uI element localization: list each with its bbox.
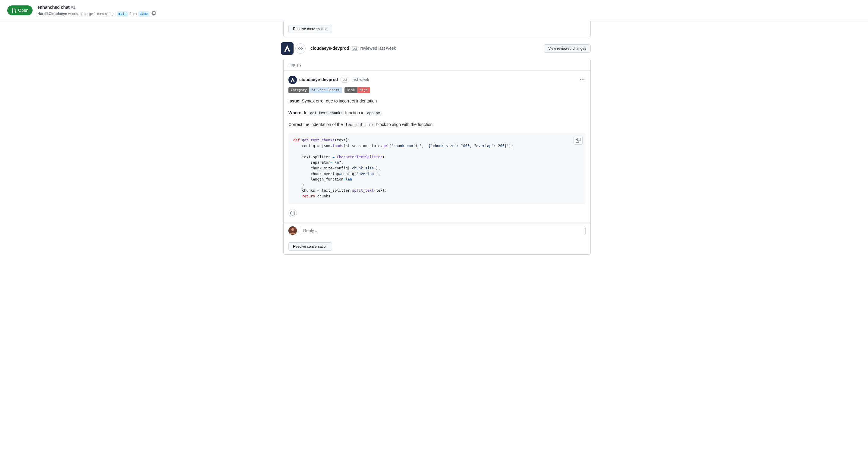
issue-label: Issue:: [288, 99, 301, 103]
correct-pre: Correct the indentation of the: [288, 122, 344, 127]
comment-timestamp[interactable]: last week: [352, 76, 369, 83]
resolve-button-top[interactable]: Resolve conversation: [288, 25, 332, 33]
add-reaction-button[interactable]: [288, 209, 297, 217]
git-pull-request-icon: [11, 8, 16, 13]
where-text-3: .: [381, 110, 383, 115]
code-kw: return: [293, 194, 315, 198]
code-text: chunk_size: [293, 166, 333, 170]
issue-line: Issue: Syntax error due to incorrect ind…: [288, 98, 586, 104]
where-text-1: In: [303, 110, 308, 115]
pr-title[interactable]: enhanched chat: [37, 5, 70, 10]
merge-text: wants to merge 1 commit into: [68, 11, 116, 17]
code-text: chunk_overlap: [293, 172, 339, 176]
resolve-row-bottom: Resolve conversation: [284, 239, 590, 254]
code-str: 'chunk_size': [350, 166, 376, 170]
cloudaeye-logo-icon: [290, 77, 296, 83]
code-str: "\n": [333, 160, 341, 164]
file-header[interactable]: app.py: [284, 59, 590, 71]
code-text: (text):: [335, 138, 350, 142]
code-str: '{"chunk_size": 1000, "overlap": 200}': [426, 144, 509, 148]
reply-bar: [284, 222, 590, 239]
code-op: =: [339, 172, 341, 176]
review-header: cloudaeye-devprod bot reviewed last week…: [277, 37, 591, 56]
code-text: chunks: [293, 188, 317, 193]
copy-code-icon[interactable]: [574, 136, 583, 145]
reviewed-text: reviewed: [360, 46, 378, 51]
correct-line: Correct the indentation of the text_spli…: [288, 122, 586, 128]
current-user-avatar[interactable]: [288, 226, 297, 235]
status-label: Open: [18, 7, 28, 13]
code-at: len: [345, 177, 352, 182]
bot-pill: bot: [340, 77, 349, 83]
where-line: Where: In get_text_chunks function in ap…: [288, 110, 586, 116]
reply-input[interactable]: [300, 226, 586, 235]
correct-code: text_splitter: [344, 122, 375, 127]
code-text: config[: [341, 172, 356, 176]
cloudaeye-logo-icon: [283, 44, 292, 53]
resolve-row-top: Resolve conversation: [283, 21, 591, 37]
merge-author[interactable]: HardikCloudaeye: [37, 11, 67, 17]
code-text: ): [293, 183, 304, 187]
code-text: )): [509, 144, 513, 148]
correct-post: block to align with the function:: [375, 122, 434, 127]
review-card: app.py cloudaeye-devprod bot last week C…: [283, 59, 591, 255]
code-fn: get: [382, 144, 389, 148]
comment-avatar[interactable]: [288, 76, 297, 84]
where-code-1: get_text_chunks: [309, 110, 344, 116]
reviewer-avatar-large[interactable]: [281, 42, 293, 55]
bot-pill: bot: [350, 46, 359, 51]
code-op: =: [317, 144, 319, 148]
where-label: Where:: [288, 110, 303, 115]
code-text: separator: [293, 160, 330, 164]
user-avatar-icon: [288, 226, 297, 235]
code-str: 'overlap': [356, 172, 376, 176]
code-op: =: [330, 160, 333, 164]
category-pill: Category AI Code Report: [288, 87, 342, 93]
code-text: ],: [376, 172, 380, 176]
review-eye-icon: [296, 43, 306, 54]
code-fn: split_text: [352, 188, 374, 193]
base-branch[interactable]: main: [117, 11, 128, 17]
code-text: chunks: [315, 194, 330, 198]
view-reviewed-changes-button[interactable]: View reviewed changes: [544, 44, 591, 53]
code-op: =: [317, 188, 319, 193]
risk-value: High: [357, 87, 370, 93]
comment-author[interactable]: cloudaeye-devprod: [299, 76, 338, 83]
code-fn: loads: [333, 144, 343, 148]
review-author[interactable]: cloudaeye-devprod: [310, 46, 349, 51]
code-text: ,: [422, 144, 426, 148]
merge-from: from: [130, 11, 137, 17]
risk-key: Risk: [344, 87, 358, 93]
code-text: (: [382, 155, 384, 159]
kebab-menu-icon[interactable]: [579, 78, 586, 82]
review-timestamp[interactable]: last week: [378, 46, 396, 51]
pr-header: Open enhanched chat #1 HardikCloudaeye w…: [0, 0, 868, 22]
code-text: length_function: [293, 177, 343, 182]
code-text: text_splitter.: [319, 188, 352, 193]
code-text: (st.session_state.: [343, 144, 382, 148]
resolve-button-bottom[interactable]: Resolve conversation: [288, 242, 332, 251]
issue-text: Syntax error due to incorrect indentatio…: [301, 99, 377, 103]
category-value: AI Code Report: [309, 87, 342, 93]
where-text-2: function in: [344, 110, 366, 115]
code-str: 'chunk_config': [391, 144, 422, 148]
code-text: (text): [374, 188, 387, 193]
copy-icon[interactable]: [151, 11, 156, 16]
smiley-icon: [290, 211, 295, 216]
comment-block: cloudaeye-devprod bot last week Category…: [284, 71, 590, 222]
where-code-2: app.py: [366, 110, 381, 116]
pr-number: #1: [71, 5, 76, 10]
status-badge: Open: [7, 5, 33, 15]
code-text: ],: [376, 166, 380, 170]
category-key: Category: [288, 87, 309, 93]
svg-point-1: [291, 228, 294, 230]
code-text: ,: [341, 160, 343, 164]
code-fn: get_text_chunks: [300, 138, 335, 142]
code-text: config[: [335, 166, 350, 170]
code-kw: def: [293, 138, 300, 142]
file-path: app.py: [288, 62, 301, 67]
code-text: text_splitter: [293, 155, 333, 159]
code-fn: CharacterTextSplitter: [335, 155, 382, 159]
head-branch[interactable]: demo: [138, 11, 150, 17]
code-text: config: [293, 144, 317, 148]
